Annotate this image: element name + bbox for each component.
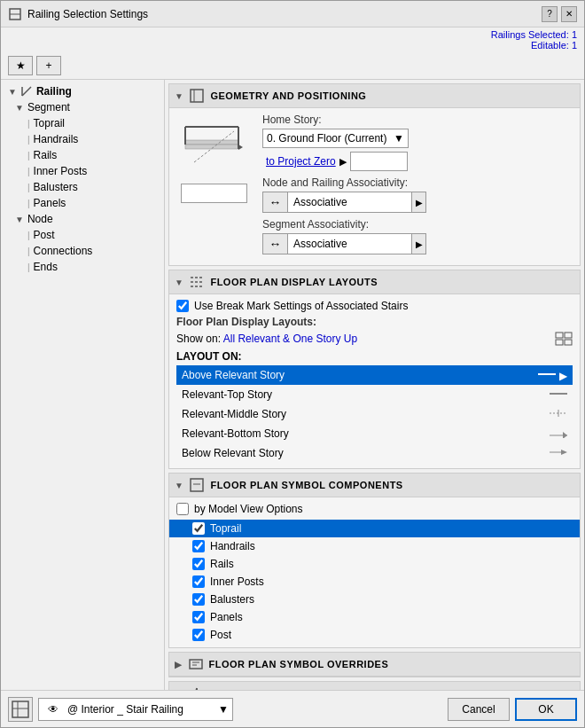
dialog-window: Railing Selection Settings ? ✕ Railings … (0, 0, 585, 728)
floor-plan-icon-button[interactable] (8, 697, 33, 722)
toprail-checkbox[interactable] (192, 522, 205, 535)
handrails-label: Handrails (34, 133, 79, 145)
home-story-arrow-icon: ▼ (394, 132, 404, 145)
sidebar-item-balusters[interactable]: | Balusters (1, 179, 164, 195)
layout-above-arrow-icon: ▶ (559, 370, 567, 382)
toprail-line-icon: | (27, 119, 30, 129)
use-break-mark-checkbox[interactable] (176, 300, 189, 312)
symbol-overrides-icon (188, 656, 204, 672)
component-row-panels[interactable]: Panels (187, 608, 580, 626)
project-zero-input[interactable]: 100 (350, 152, 408, 171)
close-button[interactable]: ✕ (561, 6, 577, 22)
help-button[interactable]: ? (542, 6, 558, 22)
floor-plan-symbol-content: by Model View Options Toprail Handrails (169, 497, 580, 647)
layout-row-below[interactable]: Below Relevant Story (176, 443, 573, 463)
layout-row-relevant-top[interactable]: Relevant-Top Story (176, 385, 573, 404)
toprail-label: Toprail (34, 117, 65, 129)
post-comp-checkbox[interactable] (192, 629, 205, 641)
symbol-overrides-header[interactable]: FLOOR PLAN SYMBOL OVERRIDES (169, 653, 580, 677)
svg-rect-19 (565, 340, 572, 345)
plus-button[interactable]: + (36, 56, 61, 75)
by-model-row: by Model View Options (169, 501, 580, 517)
geometry-content: 100 Home Story: 0. Ground Floor (Current… (169, 108, 580, 265)
node-assoc-dropdown[interactable]: ↔ Associative ▶ (262, 192, 426, 213)
sidebar-item-ends[interactable]: | Ends (1, 259, 164, 275)
sidebar-item-post[interactable]: | Post (1, 227, 164, 243)
sidebar-item-handrails[interactable]: | Handrails (1, 131, 164, 147)
star-icon: ★ (16, 59, 26, 72)
rails-checkbox[interactable] (192, 558, 205, 570)
by-model-checkbox[interactable] (176, 503, 189, 515)
node-label: Node (27, 213, 53, 225)
ends-label: Ends (34, 261, 58, 273)
svg-rect-30 (190, 660, 202, 669)
editable-label: Editable: (531, 40, 569, 51)
segment-assoc-dropdown[interactable]: ↔ Associative ▶ (262, 233, 426, 254)
layer-dropdown[interactable]: 👁 @ Interior _ Stair Railing ▼ (38, 698, 233, 721)
layout-row-relevant-bottom[interactable]: Relevant-Bottom Story (176, 424, 573, 443)
plus-icon: + (45, 59, 51, 72)
layout-on-label: LAYOUT ON: (176, 350, 573, 363)
sidebar-item-inner-posts[interactable]: | Inner Posts (1, 163, 164, 179)
break-mark-header[interactable]: BREAK MARK SETTINGS (169, 682, 580, 690)
ok-button[interactable]: OK (515, 698, 577, 721)
home-story-label: Home Story: (262, 114, 573, 126)
sidebar-item-node[interactable]: ▼ Node (1, 211, 164, 227)
component-row-inner-posts[interactable]: Inner Posts (187, 573, 580, 591)
component-row-balusters[interactable]: Balusters (187, 591, 580, 608)
show-on-value[interactable]: All Relevant & One Story Up (223, 333, 357, 345)
sidebar-item-segment[interactable]: ▼ Segment (1, 99, 164, 115)
height-input[interactable]: 100 (181, 184, 247, 203)
by-model-label: by Model View Options (194, 503, 303, 515)
component-row-rails[interactable]: Rails (187, 555, 580, 573)
layer-label: @ Interior _ Stair Railing (64, 703, 218, 716)
segment-assoc-icon: ↔ (263, 234, 288, 254)
layout-above-label: Above Relevant Story (182, 369, 285, 381)
panels-checkbox[interactable] (192, 611, 205, 623)
inner-posts-checkbox[interactable] (192, 575, 205, 588)
cancel-button[interactable]: Cancel (448, 698, 510, 721)
ends-line-icon: | (27, 262, 30, 272)
post-comp-label: Post (210, 629, 231, 641)
home-story-dropdown[interactable]: 0. Ground Floor (Current) ▼ (262, 129, 409, 148)
break-mark-section: BREAK MARK SETTINGS (168, 681, 581, 690)
floor-plan-display-settings-icon[interactable] (555, 331, 573, 347)
to-project-zero-link[interactable]: to Project Zero (266, 155, 336, 168)
panels-line-icon: | (27, 199, 30, 208)
sidebar-item-toprail[interactable]: | Toprail (1, 115, 164, 131)
layout-row-above[interactable]: Above Relevant Story ▶ (176, 365, 573, 385)
layout-row-relevant-middle[interactable]: Relevant-Middle Story (176, 404, 573, 424)
handrails-checkbox[interactable] (192, 540, 205, 552)
sidebar-item-rails[interactable]: | Rails (1, 147, 164, 163)
railing-icon (8, 7, 22, 21)
sidebar-item-panels[interactable]: | Panels (1, 195, 164, 211)
rails-comp-label: Rails (210, 558, 234, 570)
content-area: GEOMETRY AND POSITIONING (165, 80, 584, 690)
component-row-post[interactable]: Post (187, 626, 580, 644)
railing-label: Railing (36, 85, 72, 98)
component-row-toprail[interactable]: Toprail (169, 520, 580, 537)
railings-selected-label: Railings Selected: (491, 29, 569, 40)
floor-plan-symbol-header[interactable]: FLOOR PLAN SYMBOL COMPONENTS (169, 474, 580, 497)
layer-dropdown-arrow-icon: ▼ (218, 703, 229, 716)
handrails-comp-label: Handrails (210, 540, 255, 552)
component-row-handrails[interactable]: Handrails (187, 537, 580, 555)
floor-plan-display-title: FLOOR PLAN DISPLAY LAYOUTS (210, 277, 378, 287)
sidebar-item-connections[interactable]: | Connections (1, 243, 164, 259)
editable-value: 1 (572, 40, 577, 51)
bottom-bar: 👁 @ Interior _ Stair Railing ▼ Cancel OK (1, 690, 584, 727)
eye-icon: 👁 (43, 701, 64, 718)
geometry-arrow-icon (175, 91, 183, 101)
inner-posts-comp-label: Inner Posts (210, 575, 264, 588)
floor-plan-display-header[interactable]: FLOOR PLAN DISPLAY LAYOUTS (169, 270, 580, 294)
sidebar-item-railing[interactable]: ▼ Railing (1, 83, 164, 99)
geometry-section-icon (189, 88, 205, 104)
balusters-checkbox[interactable] (192, 593, 205, 606)
star-button[interactable]: ★ (8, 56, 33, 75)
balusters-comp-label: Balusters (210, 593, 254, 606)
geometry-header[interactable]: GEOMETRY AND POSITIONING (169, 84, 580, 108)
node-expand-icon: ▼ (15, 215, 24, 224)
svg-rect-4 (191, 90, 203, 102)
floor-plan-small-icon (11, 700, 30, 719)
svg-rect-28 (191, 479, 203, 491)
